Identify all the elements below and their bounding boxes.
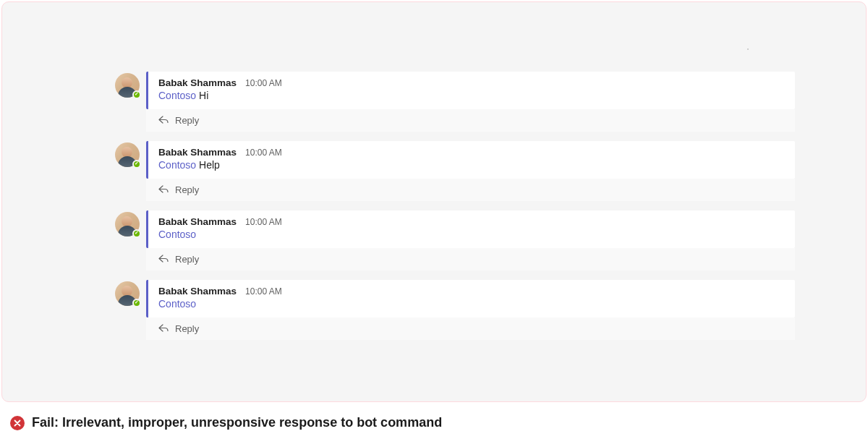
message-item: Babak Shammas 10:00 AM Contoso Help Repl… bbox=[115, 141, 795, 201]
reply-icon bbox=[158, 116, 169, 124]
presence-available-icon bbox=[132, 299, 141, 307]
reply-icon bbox=[158, 324, 169, 333]
mention[interactable]: Contoso bbox=[158, 159, 196, 171]
message-timestamp: 10:00 AM bbox=[245, 148, 282, 158]
message-bubble[interactable]: Babak Shammas 10:00 AM Contoso bbox=[146, 210, 795, 248]
message-body: Contoso Help bbox=[158, 158, 785, 172]
reply-label: Reply bbox=[175, 115, 199, 126]
message-body: Contoso bbox=[158, 228, 785, 242]
reply-label: Reply bbox=[175, 323, 199, 334]
reply-button[interactable]: Reply bbox=[146, 317, 795, 340]
reply-button[interactable]: Reply bbox=[146, 179, 795, 201]
message-text: Help bbox=[199, 159, 220, 171]
message-timestamp: 10:00 AM bbox=[245, 286, 282, 297]
message-item: Babak Shammas 10:00 AM Contoso Reply bbox=[115, 280, 795, 340]
reply-icon bbox=[158, 255, 169, 263]
caption-row: Fail: Irrelevant, improper, unresponsive… bbox=[10, 415, 868, 430]
mention[interactable]: Contoso bbox=[158, 90, 196, 101]
reply-button[interactable]: Reply bbox=[146, 109, 795, 132]
message-text: Hi bbox=[199, 90, 208, 101]
message-bubble[interactable]: Babak Shammas 10:00 AM Contoso bbox=[146, 280, 795, 317]
message-timestamp: 10:00 AM bbox=[245, 217, 282, 227]
decorative-dot bbox=[747, 48, 749, 50]
message-bubble[interactable]: Babak Shammas 10:00 AM Contoso Hi bbox=[146, 72, 795, 109]
message-list: Babak Shammas 10:00 AM Contoso Hi Reply bbox=[115, 72, 795, 340]
message-body: Contoso bbox=[158, 297, 785, 311]
message-bubble[interactable]: Babak Shammas 10:00 AM Contoso Help bbox=[146, 141, 795, 179]
reply-label: Reply bbox=[175, 184, 199, 195]
message-body: Contoso Hi bbox=[158, 89, 785, 103]
message-author: Babak Shammas bbox=[158, 216, 237, 227]
message-author: Babak Shammas bbox=[158, 147, 237, 158]
reply-button[interactable]: Reply bbox=[146, 248, 795, 270]
caption-text: Fail: Irrelevant, improper, unresponsive… bbox=[32, 415, 442, 430]
chat-frame: Babak Shammas 10:00 AM Contoso Hi Reply bbox=[1, 1, 867, 402]
message-timestamp: 10:00 AM bbox=[245, 78, 282, 88]
presence-available-icon bbox=[132, 160, 141, 169]
presence-available-icon bbox=[132, 229, 141, 238]
mention[interactable]: Contoso bbox=[158, 229, 196, 240]
fail-icon bbox=[10, 416, 25, 430]
reply-label: Reply bbox=[175, 254, 199, 265]
mention[interactable]: Contoso bbox=[158, 298, 196, 310]
message-author: Babak Shammas bbox=[158, 77, 237, 88]
message-item: Babak Shammas 10:00 AM Contoso Hi Reply bbox=[115, 72, 795, 132]
message-author: Babak Shammas bbox=[158, 286, 237, 297]
reply-icon bbox=[158, 185, 169, 194]
message-item: Babak Shammas 10:00 AM Contoso Reply bbox=[115, 210, 795, 270]
presence-available-icon bbox=[132, 90, 141, 99]
